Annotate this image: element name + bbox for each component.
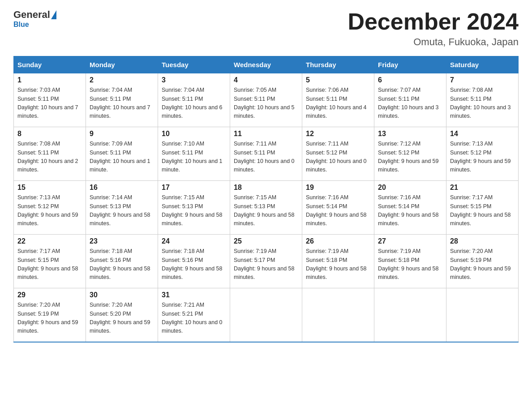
calendar-cell: [374, 288, 446, 342]
day-number: 28: [450, 237, 515, 245]
day-number: 27: [378, 237, 442, 245]
day-number: 3: [162, 76, 226, 84]
day-info: Sunrise: 7:14 AMSunset: 5:13 PMDaylight:…: [90, 193, 154, 228]
day-info: Sunrise: 7:17 AMSunset: 5:15 PMDaylight:…: [17, 247, 82, 282]
calendar-cell: 31 Sunrise: 7:21 AMSunset: 5:21 PMDaylig…: [158, 288, 230, 342]
header-friday: Friday: [374, 56, 446, 73]
logo-blue-text: Blue: [13, 21, 29, 29]
day-number: 30: [90, 291, 154, 299]
calendar-cell: 2 Sunrise: 7:04 AMSunset: 5:11 PMDayligh…: [86, 73, 158, 127]
calendar-cell: 25 Sunrise: 7:19 AMSunset: 5:17 PMDaylig…: [230, 235, 302, 288]
calendar-cell: 21 Sunrise: 7:17 AMSunset: 5:15 PMDaylig…: [446, 181, 519, 235]
day-number: 7: [450, 76, 515, 84]
calendar-cell: 9 Sunrise: 7:09 AMSunset: 5:11 PMDayligh…: [86, 127, 158, 181]
day-info: Sunrise: 7:12 AMSunset: 5:12 PMDaylight:…: [378, 140, 442, 175]
calendar-cell: 23 Sunrise: 7:18 AMSunset: 5:16 PMDaylig…: [86, 235, 158, 288]
week-row-3: 15 Sunrise: 7:13 AMSunset: 5:12 PMDaylig…: [14, 181, 519, 235]
day-number: 25: [234, 237, 298, 245]
week-row-2: 8 Sunrise: 7:08 AMSunset: 5:11 PMDayligh…: [14, 127, 519, 181]
header-sunday: Sunday: [14, 56, 86, 73]
day-info: Sunrise: 7:19 AMSunset: 5:18 PMDaylight:…: [306, 247, 370, 282]
calendar-cell: 5 Sunrise: 7:06 AMSunset: 5:11 PMDayligh…: [302, 73, 374, 127]
day-number: 17: [162, 184, 226, 192]
day-number: 4: [234, 76, 298, 84]
month-title: December 2024: [348, 9, 519, 34]
day-info: Sunrise: 7:04 AMSunset: 5:11 PMDaylight:…: [90, 86, 154, 121]
day-number: 22: [17, 237, 82, 245]
calendar-cell: 6 Sunrise: 7:07 AMSunset: 5:11 PMDayligh…: [374, 73, 446, 127]
day-info: Sunrise: 7:08 AMSunset: 5:11 PMDaylight:…: [17, 140, 82, 175]
calendar-cell: 20 Sunrise: 7:16 AMSunset: 5:14 PMDaylig…: [374, 181, 446, 235]
header-monday: Monday: [86, 56, 158, 73]
calendar-cell: 28 Sunrise: 7:20 AMSunset: 5:19 PMDaylig…: [446, 235, 519, 288]
day-info: Sunrise: 7:16 AMSunset: 5:14 PMDaylight:…: [378, 193, 442, 228]
calendar-cell: 27 Sunrise: 7:19 AMSunset: 5:18 PMDaylig…: [374, 235, 446, 288]
day-info: Sunrise: 7:11 AMSunset: 5:12 PMDaylight:…: [306, 140, 370, 175]
header-row: SundayMondayTuesdayWednesdayThursdayFrid…: [14, 56, 519, 73]
day-info: Sunrise: 7:05 AMSunset: 5:11 PMDaylight:…: [234, 86, 298, 121]
calendar-cell: 17 Sunrise: 7:15 AMSunset: 5:13 PMDaylig…: [158, 181, 230, 235]
day-info: Sunrise: 7:03 AMSunset: 5:11 PMDaylight:…: [17, 86, 82, 121]
calendar-cell: 19 Sunrise: 7:16 AMSunset: 5:14 PMDaylig…: [302, 181, 374, 235]
day-info: Sunrise: 7:11 AMSunset: 5:11 PMDaylight:…: [234, 140, 298, 175]
day-info: Sunrise: 7:04 AMSunset: 5:11 PMDaylight:…: [162, 86, 226, 121]
day-number: 10: [162, 130, 226, 138]
calendar-body: 1 Sunrise: 7:03 AMSunset: 5:11 PMDayligh…: [14, 73, 519, 342]
header-thursday: Thursday: [302, 56, 374, 73]
calendar-cell: 11 Sunrise: 7:11 AMSunset: 5:11 PMDaylig…: [230, 127, 302, 181]
calendar-cell: 30 Sunrise: 7:20 AMSunset: 5:20 PMDaylig…: [86, 288, 158, 342]
calendar-cell: 18 Sunrise: 7:15 AMSunset: 5:13 PMDaylig…: [230, 181, 302, 235]
calendar-cell: 10 Sunrise: 7:10 AMSunset: 5:11 PMDaylig…: [158, 127, 230, 181]
header-tuesday: Tuesday: [158, 56, 230, 73]
day-number: 19: [306, 184, 370, 192]
day-number: 2: [90, 76, 154, 84]
day-info: Sunrise: 7:19 AMSunset: 5:18 PMDaylight:…: [378, 247, 442, 282]
day-number: 26: [306, 237, 370, 245]
calendar-cell: 1 Sunrise: 7:03 AMSunset: 5:11 PMDayligh…: [14, 73, 86, 127]
calendar-cell: 3 Sunrise: 7:04 AMSunset: 5:11 PMDayligh…: [158, 73, 230, 127]
day-info: Sunrise: 7:20 AMSunset: 5:19 PMDaylight:…: [450, 247, 515, 282]
day-info: Sunrise: 7:09 AMSunset: 5:11 PMDaylight:…: [90, 140, 154, 175]
logo-triangle-icon: [51, 10, 56, 19]
week-row-1: 1 Sunrise: 7:03 AMSunset: 5:11 PMDayligh…: [14, 73, 519, 127]
calendar-header: SundayMondayTuesdayWednesdayThursdayFrid…: [14, 56, 519, 73]
calendar-cell: 29 Sunrise: 7:20 AMSunset: 5:19 PMDaylig…: [14, 288, 86, 342]
day-number: 13: [378, 130, 442, 138]
day-info: Sunrise: 7:20 AMSunset: 5:20 PMDaylight:…: [90, 301, 154, 336]
day-number: 9: [90, 130, 154, 138]
calendar-cell: 26 Sunrise: 7:19 AMSunset: 5:18 PMDaylig…: [302, 235, 374, 288]
calendar-cell: 4 Sunrise: 7:05 AMSunset: 5:11 PMDayligh…: [230, 73, 302, 127]
day-number: 21: [450, 184, 515, 192]
header-saturday: Saturday: [446, 56, 519, 73]
week-row-4: 22 Sunrise: 7:17 AMSunset: 5:15 PMDaylig…: [14, 235, 519, 288]
day-info: Sunrise: 7:10 AMSunset: 5:11 PMDaylight:…: [162, 140, 226, 175]
day-info: Sunrise: 7:17 AMSunset: 5:15 PMDaylight:…: [450, 193, 515, 228]
day-number: 1: [17, 76, 82, 84]
calendar-cell: 22 Sunrise: 7:17 AMSunset: 5:15 PMDaylig…: [14, 235, 86, 288]
day-info: Sunrise: 7:08 AMSunset: 5:11 PMDaylight:…: [450, 86, 515, 121]
day-info: Sunrise: 7:18 AMSunset: 5:16 PMDaylight:…: [162, 247, 226, 282]
page-header: General Blue December 2024 Omuta, Fukuok…: [13, 9, 519, 48]
calendar-cell: [446, 288, 519, 342]
location: Omuta, Fukuoka, Japan: [348, 36, 519, 48]
day-info: Sunrise: 7:21 AMSunset: 5:21 PMDaylight:…: [162, 301, 226, 336]
day-number: 24: [162, 237, 226, 245]
day-info: Sunrise: 7:07 AMSunset: 5:11 PMDaylight:…: [378, 86, 442, 121]
day-number: 18: [234, 184, 298, 192]
calendar-cell: 16 Sunrise: 7:14 AMSunset: 5:13 PMDaylig…: [86, 181, 158, 235]
day-info: Sunrise: 7:18 AMSunset: 5:16 PMDaylight:…: [90, 247, 154, 282]
logo: General Blue: [13, 9, 57, 29]
day-number: 14: [450, 130, 515, 138]
title-area: December 2024 Omuta, Fukuoka, Japan: [348, 9, 519, 48]
day-number: 20: [378, 184, 442, 192]
calendar-cell: 15 Sunrise: 7:13 AMSunset: 5:12 PMDaylig…: [14, 181, 86, 235]
day-number: 31: [162, 291, 226, 299]
calendar-cell: 7 Sunrise: 7:08 AMSunset: 5:11 PMDayligh…: [446, 73, 519, 127]
calendar-cell: 8 Sunrise: 7:08 AMSunset: 5:11 PMDayligh…: [14, 127, 86, 181]
day-number: 5: [306, 76, 370, 84]
day-info: Sunrise: 7:16 AMSunset: 5:14 PMDaylight:…: [306, 193, 370, 228]
calendar-cell: 14 Sunrise: 7:13 AMSunset: 5:12 PMDaylig…: [446, 127, 519, 181]
day-info: Sunrise: 7:13 AMSunset: 5:12 PMDaylight:…: [450, 140, 515, 175]
header-wednesday: Wednesday: [230, 56, 302, 73]
calendar-cell: [302, 288, 374, 342]
